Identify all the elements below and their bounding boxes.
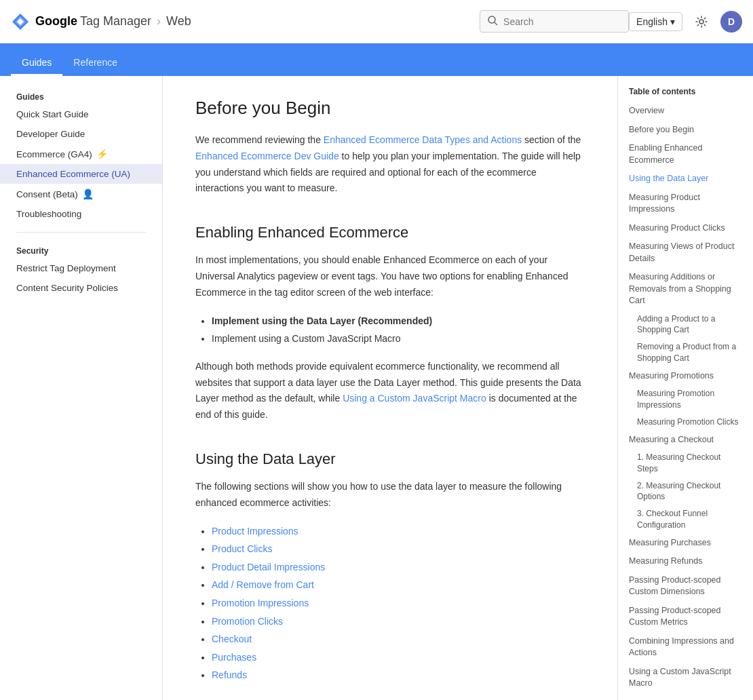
left-sidebar: Guides Quick Start Guide Developer Guide…	[0, 76, 163, 700]
sidebar-item-troubleshooting[interactable]: Troubleshooting	[0, 204, 162, 224]
tab-reference[interactable]: Reference	[62, 50, 128, 76]
data-layer-links: Product Impressions Product Clicks Produ…	[195, 522, 585, 684]
para-enabling-2: Although both methods provide equivalent…	[195, 359, 585, 423]
toc-checkout-options[interactable]: 2. Measuring Checkout Options	[618, 478, 753, 506]
list-item-custom-js: Implement using a Custom JavaScript Macr…	[212, 330, 585, 348]
toc-using-data-layer[interactable]: Using the Data Layer	[618, 170, 753, 189]
toc-refunds[interactable]: Measuring Refunds	[618, 552, 753, 571]
sidebar-item-ecommerce-ga4[interactable]: Ecommerce (GA4) ⚡	[0, 144, 162, 164]
list-item-checkout: Checkout	[212, 630, 585, 648]
settings-button[interactable]	[691, 11, 712, 33]
search-box[interactable]	[480, 10, 629, 33]
sidebar-item-label: Troubleshooting	[16, 209, 81, 219]
page-layout: Guides Quick Start Guide Developer Guide…	[0, 76, 753, 700]
link-custom-js-macro[interactable]: Using a Custom JavaScript Macro	[343, 393, 486, 404]
list-item-add-remove: Add / Remove from Cart	[212, 576, 585, 594]
link-add-remove[interactable]: Add / Remove from Cart	[212, 579, 314, 590]
svg-point-5	[699, 20, 703, 24]
sidebar-item-restrict-tag[interactable]: Restrict Tag Deployment	[0, 258, 162, 278]
list-item-product-clicks: Product Clicks	[212, 540, 585, 558]
toc-promotion-clicks[interactable]: Measuring Promotion Clicks	[618, 414, 753, 431]
toc-checkout-funnel[interactable]: 3. Checkout Funnel Configuration	[618, 505, 753, 534]
toc-custom-macro[interactable]: Using a Custom JavaScript Macro	[618, 663, 753, 693]
enabling-bullets: Implement using the Data Layer (Recommen…	[195, 312, 585, 348]
heading-enabling: Enabling Enhanced Ecommerce	[195, 224, 585, 241]
bullet-text-1: Implement using the Data Layer (Recommen…	[212, 315, 432, 326]
svg-line-4	[495, 22, 497, 25]
sidebar-item-label: Consent (Beta)	[16, 189, 78, 199]
search-input[interactable]	[503, 16, 621, 27]
list-item-refunds: Refunds	[212, 666, 585, 684]
link-product-clicks[interactable]: Product Clicks	[212, 543, 272, 554]
toc-overview[interactable]: Overview	[618, 102, 753, 121]
link-purchases[interactable]: Purchases	[212, 652, 256, 663]
toc-title: Table of contents	[618, 87, 753, 102]
toc-measuring-checkout[interactable]: Measuring a Checkout	[618, 431, 753, 450]
link-dev-guide[interactable]: Enhanced Ecommerce Dev Guide	[195, 151, 339, 161]
link-promotion-clicks[interactable]: Promotion Clicks	[212, 616, 283, 627]
right-toc: Table of contents Overview Before you Be…	[617, 76, 753, 700]
search-icon	[487, 15, 498, 28]
tabs-bar: Guides Reference	[0, 43, 753, 76]
nav-right: English ▾ D	[629, 11, 742, 33]
link-checkout[interactable]: Checkout	[212, 634, 252, 644]
toc-passing-dimensions[interactable]: Passing Product-scoped Custom Dimensions	[618, 571, 753, 602]
toc-passing-metrics[interactable]: Passing Product-scoped Custom Metrics	[618, 602, 753, 632]
link-product-impressions[interactable]: Product Impressions	[212, 526, 298, 537]
link-data-types[interactable]: Enhanced Ecommerce Data Types and Action…	[324, 134, 522, 145]
toc-measuring-clicks[interactable]: Measuring Product Clicks	[618, 219, 753, 238]
language-label: English	[636, 16, 668, 27]
lightning-icon: ⚡	[96, 149, 108, 159]
app-title: Google Tag Manager › Web	[35, 14, 191, 28]
heading-data-layer: Using the Data Layer	[195, 450, 585, 468]
main-content: Before you Begin We recommend reviewing …	[163, 76, 617, 700]
sidebar-section-guides: Guides	[0, 87, 162, 104]
link-promotion-impressions[interactable]: Promotion Impressions	[212, 598, 309, 608]
user-avatar[interactable]: D	[720, 11, 742, 33]
sidebar-item-label: Developer Guide	[16, 129, 85, 139]
sidebar-item-quick-start[interactable]: Quick Start Guide	[0, 104, 162, 124]
language-button[interactable]: English ▾	[629, 12, 682, 31]
svg-point-3	[488, 16, 495, 23]
breadcrumb-separator: ›	[157, 14, 161, 28]
toc-measuring-promotions[interactable]: Measuring Promotions	[618, 367, 753, 386]
toc-before-begin[interactable]: Before you Begin	[618, 121, 753, 140]
sidebar-item-developer[interactable]: Developer Guide	[0, 124, 162, 144]
sidebar-item-consent[interactable]: Consent (Beta) 👤	[0, 184, 162, 204]
para-enabling: In most implementations, you should enab…	[195, 252, 585, 300]
link-product-detail[interactable]: Product Detail Impressions	[212, 562, 325, 572]
toc-measuring-additions[interactable]: Measuring Additions or Removals from a S…	[618, 268, 753, 311]
toc-measuring-views[interactable]: Measuring Views of Product Details	[618, 237, 753, 268]
list-item-product-detail: Product Detail Impressions	[212, 558, 585, 577]
toc-checkout-steps[interactable]: 1. Measuring Checkout Steps	[618, 449, 753, 478]
sidebar-item-content-security[interactable]: Content Security Policies	[0, 278, 162, 298]
avatar-initial: D	[728, 16, 735, 27]
chevron-down-icon: ▾	[670, 16, 675, 27]
toc-adding-product[interactable]: Adding a Product to a Shopping Cart	[618, 311, 753, 339]
top-nav: Google Tag Manager › Web English ▾ D	[0, 0, 753, 43]
list-item-promotion-impressions: Promotion Impressions	[212, 594, 585, 612]
toc-enabling[interactable]: Enabling Enhanced Ecommerce	[618, 139, 753, 170]
toc-measuring-impressions[interactable]: Measuring Product Impressions	[618, 189, 753, 219]
app-name-bold: Google	[35, 14, 77, 28]
list-item-purchases: Purchases	[212, 648, 585, 667]
toc-promotion-impressions[interactable]: Measuring Promotion Impressions	[618, 385, 753, 414]
gtm-logo-icon	[11, 12, 30, 31]
nav-left: Google Tag Manager › Web	[11, 12, 480, 31]
sidebar-section-security: Security	[0, 241, 162, 258]
app-name-rest: Tag Manager	[80, 14, 151, 28]
sidebar-divider	[16, 232, 146, 233]
toc-purchases[interactable]: Measuring Purchases	[618, 534, 753, 553]
sidebar-item-label: Quick Start Guide	[16, 109, 89, 119]
toc-combining[interactable]: Combining Impressions and Actions	[618, 632, 753, 663]
sidebar-item-enhanced-ecommerce[interactable]: Enhanced Ecommerce (UA)	[0, 164, 162, 184]
list-item-data-layer: Implement using the Data Layer (Recommen…	[212, 312, 585, 330]
para-before-begin: We recommend reviewing the Enhanced Ecom…	[195, 132, 585, 197]
sidebar-item-label: Enhanced Ecommerce (UA)	[16, 169, 130, 179]
link-refunds[interactable]: Refunds	[212, 669, 247, 680]
gear-icon	[695, 15, 708, 28]
sidebar-item-label: Restrict Tag Deployment	[16, 263, 116, 273]
toc-removing-product[interactable]: Removing a Product from a Shopping Cart	[618, 338, 753, 367]
tab-guides[interactable]: Guides	[11, 50, 62, 76]
list-item-promotion-clicks: Promotion Clicks	[212, 612, 585, 631]
